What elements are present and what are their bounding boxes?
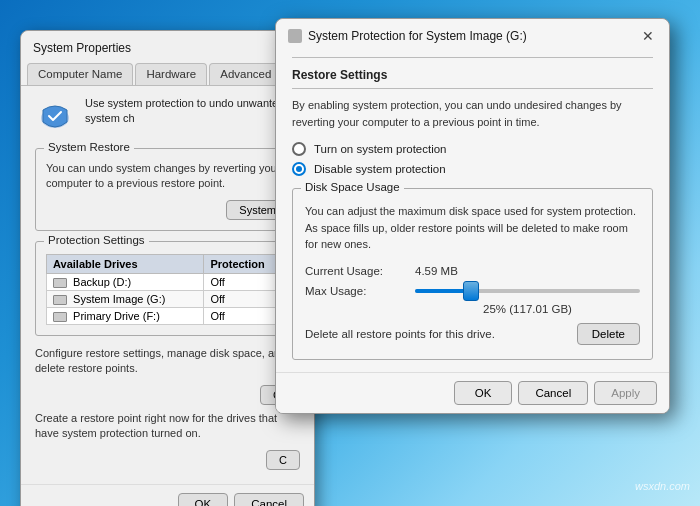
tab-computer-name[interactable]: Computer Name [27, 63, 133, 85]
radio-group: Turn on system protection Disable system… [292, 142, 653, 176]
radio-turn-on[interactable]: Turn on system protection [292, 142, 653, 156]
delete-text: Delete all restore points for this drive… [305, 328, 495, 340]
system-protection-dialog: System Protection for System Image (G:) … [275, 18, 670, 414]
tab-hardware[interactable]: Hardware [135, 63, 207, 85]
sysprop-header-text: Use system protection to undo unwanted s… [85, 96, 300, 127]
sysprot-body: Restore Settings By enabling system prot… [276, 57, 669, 360]
sysprop-footer: OK Cancel [21, 484, 314, 506]
slider-track [415, 289, 640, 293]
sysprop-cancel-button[interactable]: Cancel [234, 493, 304, 506]
table-row: Primary Drive (F:) Off [47, 307, 289, 324]
sysprot-title-bar: System Protection for System Image (G:) … [276, 19, 669, 51]
disk-space-group: Disk Space Usage You can adjust the maxi… [292, 188, 653, 360]
create-button[interactable]: C [266, 450, 300, 470]
sysprot-title: System Protection for System Image (G:) [308, 29, 527, 43]
radio-off-label: Disable system protection [314, 163, 446, 175]
sysprop-header-row: Use system protection to undo unwanted s… [35, 96, 300, 136]
current-usage-label: Current Usage: [305, 265, 415, 277]
table-row: Backup (D:) Off [47, 273, 289, 290]
slider-percent: 25% (117.01 GB) [305, 303, 640, 315]
drive-icon-1 [53, 295, 67, 305]
radio-on-circle [292, 142, 306, 156]
system-restore-content: You can undo system changes by reverting… [46, 161, 289, 220]
max-usage-row: Max Usage: [305, 285, 640, 297]
drive-icon-0 [53, 278, 67, 288]
configure-row: Configure restore settings, manage disk … [35, 346, 300, 405]
sysprop-tabs: Computer Name Hardware Advanced System P… [21, 57, 314, 86]
radio-disable[interactable]: Disable system protection [292, 162, 653, 176]
sysprot-title-wrap: System Protection for System Image (G:) [288, 29, 527, 43]
divider-top [292, 57, 653, 58]
sysprop-title: System Properties [33, 41, 131, 55]
protection-settings-label: Protection Settings [44, 234, 149, 246]
sysprot-close-button[interactable]: ✕ [639, 27, 657, 45]
disk-space-label: Disk Space Usage [301, 181, 404, 193]
delete-row: Delete all restore points for this drive… [305, 323, 640, 345]
slider-thumb[interactable] [463, 281, 479, 301]
sysprot-cancel-button[interactable]: Cancel [518, 381, 588, 405]
system-restore-desc: You can undo system changes by reverting… [46, 161, 289, 192]
current-usage-value: 4.59 MB [415, 265, 458, 277]
window-icon [288, 29, 302, 43]
drive-name-2: Primary Drive (F:) [47, 307, 204, 324]
create-row: Create a restore point right now for the… [35, 411, 300, 470]
system-restore-group: System Restore You can undo system chang… [35, 148, 300, 231]
tab-advanced[interactable]: Advanced [209, 63, 282, 85]
system-restore-label: System Restore [44, 141, 134, 153]
sysprot-footer: OK Cancel Apply [276, 372, 669, 413]
drive-name-1: System Image (G:) [47, 290, 204, 307]
delete-button[interactable]: Delete [577, 323, 640, 345]
configure-text: Configure restore settings, manage disk … [35, 346, 300, 377]
shield-icon [35, 96, 75, 136]
divider-restore [292, 88, 653, 89]
sysprot-ok-button[interactable]: OK [454, 381, 513, 405]
current-usage-row: Current Usage: 4.59 MB [305, 265, 640, 277]
restore-desc: By enabling system protection, you can u… [292, 97, 653, 130]
sysprop-ok-button[interactable]: OK [178, 493, 229, 506]
protection-settings-content: Available Drives Protection Backup (D:) … [46, 254, 289, 325]
col-available-drives: Available Drives [47, 254, 204, 273]
protection-settings-group: Protection Settings Available Drives Pro… [35, 241, 300, 336]
max-usage-label: Max Usage: [305, 285, 415, 297]
sysprop-body: Use system protection to undo unwanted s… [21, 86, 314, 484]
system-properties-dialog: System Properties ✕ Computer Name Hardwa… [20, 30, 315, 506]
radio-off-circle [292, 162, 306, 176]
sysprop-title-bar: System Properties ✕ [21, 31, 314, 57]
drives-table: Available Drives Protection Backup (D:) … [46, 254, 289, 325]
restore-settings-label: Restore Settings [292, 68, 653, 82]
create-text: Create a restore point right now for the… [35, 411, 300, 442]
disk-desc: You can adjust the maximum disk space us… [305, 203, 640, 253]
drive-icon-2 [53, 312, 67, 322]
table-row: System Image (G:) Off [47, 290, 289, 307]
sysprot-apply-button[interactable]: Apply [594, 381, 657, 405]
drive-name-0: Backup (D:) [47, 273, 204, 290]
watermark: wsxdn.com [635, 480, 690, 492]
radio-on-label: Turn on system protection [314, 143, 447, 155]
